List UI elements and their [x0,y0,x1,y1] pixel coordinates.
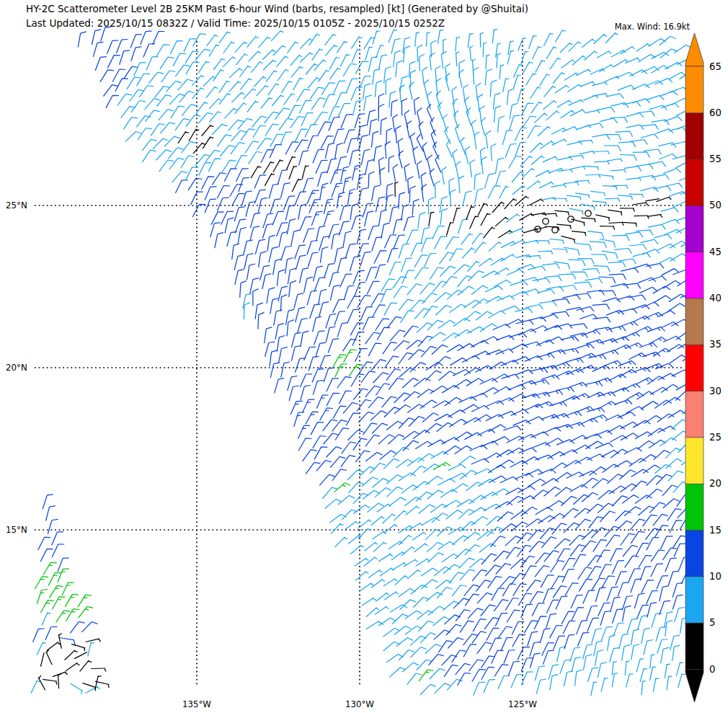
wind-barb [389,92,396,108]
wind-barb [401,485,419,494]
wind-barb [404,326,419,337]
wind-barb [481,554,497,564]
wind-barb [667,676,672,691]
wind-barb [539,301,557,306]
wind-barb [367,110,376,126]
wind-barb [271,30,283,41]
wind-barb [353,505,370,514]
wind-barb [594,161,609,165]
wind-barb [592,134,610,139]
wind-barb [444,500,461,508]
wind-barb [47,642,61,651]
wind-barb [350,204,358,220]
wind-barb [453,536,469,545]
wind-barb [161,71,176,82]
wind-barb [670,254,687,262]
wind-barb [585,441,603,449]
wind-barb [403,440,419,451]
wind-barb [607,587,618,601]
wind-barb [661,208,679,213]
wind-barb [541,575,554,588]
wind-barb [422,413,439,422]
wind-barb [324,211,334,226]
wind-barb [198,112,213,123]
wind-barb [410,133,415,151]
wind-barb [366,608,379,617]
wind-barb [597,107,615,112]
wind-barb [444,665,458,677]
wind-barb [450,249,463,261]
wind-barb [164,136,180,147]
wind-barb [430,267,443,280]
wind-barb [329,117,340,130]
y-axis-tick-label: 15°N [6,525,27,535]
wind-barb [616,131,633,137]
colorbar-tick-label: 45 [709,247,722,257]
wind-barb [657,426,675,433]
wind-barb [290,116,305,128]
wind-barb [525,519,543,528]
wind-barb [519,448,537,453]
wind-barb [372,305,385,318]
wind-barb [561,110,575,118]
wind-barb [488,311,505,318]
wind-barb [378,618,396,626]
wind-barb [49,585,63,598]
wind-barb [392,614,408,624]
wind-barb [575,193,590,198]
wind-barb [461,137,466,155]
wind-barb [303,229,315,242]
wind-barb [404,46,411,63]
wind-barb [578,353,596,359]
wind-barb [169,94,185,105]
wind-barb [388,435,404,445]
wind-barb [186,115,200,127]
wind-barb [264,161,275,174]
wind-barb [533,278,551,283]
wind-barb [635,495,652,504]
wind-barb [235,42,247,53]
wind-barb [587,504,603,513]
wind-barb [670,355,687,363]
wind-barb [602,464,619,473]
wind-barb [546,47,556,59]
wind-barb [663,336,681,342]
wind-barb [186,62,200,74]
wind-barb [459,70,464,88]
wind-barb [676,662,683,676]
wind-barb [332,469,347,481]
wind-barb [507,89,515,105]
colorbar-segment [685,66,703,113]
wind-barb [566,307,584,312]
wind-barb [559,274,576,280]
wind-barb [120,50,130,65]
wind-barb [665,620,672,637]
wind-barb [608,425,625,433]
wind-barb [406,506,420,515]
wind-barb [340,54,350,67]
wind-barb [590,191,605,196]
wind-barb [277,223,288,236]
wind-barb [184,39,196,52]
wind-barb [610,549,622,562]
wind-barb [442,386,459,393]
wind-barb [346,413,359,425]
wind-barb [333,300,345,313]
wind-barb [506,547,520,559]
wind-barb [278,69,289,81]
wind-barb [616,521,633,531]
wind-barb [601,626,613,640]
wind-barb [622,645,631,660]
wind-barb [318,122,331,135]
wind-barb [433,463,450,470]
wind-barb [254,175,266,189]
wind-barb [407,570,421,579]
wind-barb [311,211,322,226]
wind-barb [594,34,607,44]
wind-barb [607,159,622,161]
wind-barb [407,230,418,244]
wind-barb [484,174,494,189]
wind-barb [645,199,660,201]
wind-barb [323,487,338,498]
wind-barb [625,556,639,568]
